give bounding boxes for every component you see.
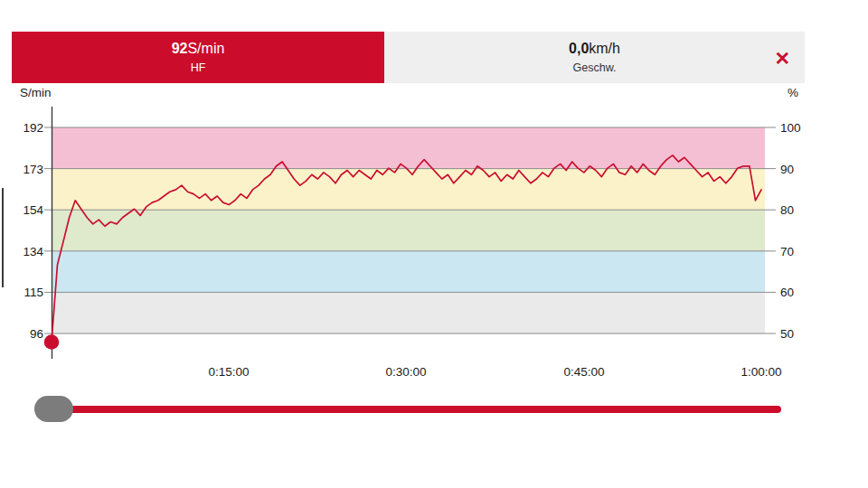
right-tick-80: 80: [780, 203, 794, 217]
left-tick-192: 192: [23, 121, 43, 135]
right-tick-50: 50: [780, 327, 794, 341]
left-tick-96: 96: [30, 327, 43, 341]
x-tick-0-30: 0:30:00: [385, 365, 426, 379]
x-tick-1-00: 1:00:00: [741, 365, 781, 379]
zone-band-80-90: [52, 169, 765, 211]
left-tick-173: 173: [23, 163, 43, 176]
right-axis-labels: 100 90 80 70 60 50: [780, 121, 801, 341]
zone-band-50-60: [52, 292, 765, 333]
left-axis-unit: S/min: [20, 86, 52, 99]
right-tick-60: 60: [780, 286, 794, 299]
right-axis-unit: %: [788, 86, 798, 99]
zone-band-90-100: [52, 127, 765, 169]
app-screen: 92S/min HF 0,0km/h Geschw. ✕: [0, 0, 868, 488]
zone-band-60-70: [52, 251, 765, 293]
x-tick-0-45: 0:45:00: [563, 365, 604, 379]
left-axis-labels: 192 173 154 134 115 96: [23, 121, 43, 341]
right-tick-90: 90: [780, 163, 794, 176]
heart-rate-chart[interactable]: S/min % 192 173 154 134 115 96 100 90 80…: [0, 0, 868, 488]
timeline-slider-track[interactable]: [54, 406, 781, 413]
left-tick-115: 115: [24, 286, 43, 299]
x-tick-0-15: 0:15:00: [208, 365, 249, 379]
left-tick-134: 134: [23, 245, 43, 258]
start-marker-dot[interactable]: [44, 334, 60, 350]
right-tick-100: 100: [780, 121, 801, 135]
x-axis-labels: 0:15:00 0:30:00 0:45:00 1:00:00: [208, 365, 781, 379]
zone-band-70-80: [52, 210, 765, 251]
hr-zone-bands: [52, 127, 765, 333]
timeline-slider-handle[interactable]: [34, 396, 73, 422]
left-tick-154: 154: [23, 203, 43, 217]
right-tick-70: 70: [780, 245, 794, 258]
